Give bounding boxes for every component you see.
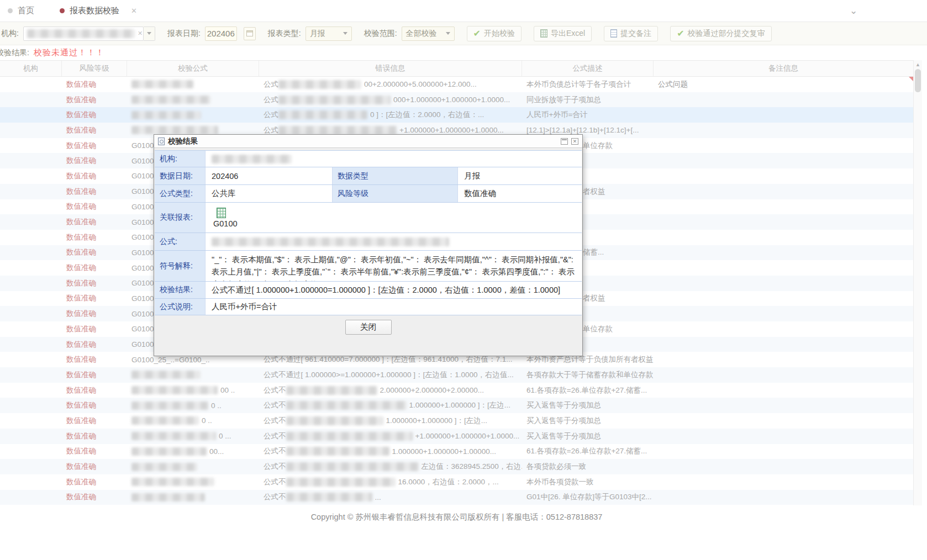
report-date-input[interactable]: 202406 [205,27,237,41]
tab-close-icon[interactable]: ✕ [131,7,137,15]
cell-formula-code: 0 .. [127,413,259,429]
dialog-close-button[interactable]: 关闭 [345,320,392,335]
cell-institution [0,168,62,184]
tab-report-validation[interactable]: 报表数据校验 ✕ [60,6,137,16]
cell-risk-level: 数值准确 [62,123,127,138]
header-formula[interactable]: 校验公式 [127,61,259,76]
cell-risk-level: 数值准确 [62,306,127,321]
related-report-link[interactable]: G0100 [213,208,238,228]
vertical-scrollbar[interactable]: ▲ [913,60,922,505]
close-icon[interactable]: ✕ [571,138,578,145]
risk-level-text: 数值准确 [66,492,96,502]
footer-copyright: Copyright © 苏州银丰睿哲信息科技有限公司版权所有 | 客服电话：05… [0,505,913,530]
table-row[interactable]: 数值准确公式不...G01中[26. 单位存款]等于G0103中[2... [0,490,913,505]
cell-institution [0,92,62,108]
cell-risk-level: 数值准确 [62,107,127,123]
cell-note [654,291,913,307]
formula-code-text: G0100_25_..=G0100_.. [131,356,210,364]
error-info-text: 公式不 [264,462,286,472]
cell-formula-desc: G01中[26. 单位存款]等于G0103中[2... [522,490,654,505]
table-row[interactable]: 数值准确公式0 ]：[左边值：2.0000，右边值：...人民币+外币=合计 [0,107,913,123]
start-validation-button[interactable]: ✔ 开始校验 [467,26,522,41]
table-row[interactable]: 数值准确00...公式不1.000000+1.000000+1.00000...… [0,444,913,459]
report-type-select[interactable]: 月报 [306,27,352,41]
risk-level-text: 数值准确 [66,125,96,135]
cell-note [654,413,913,429]
cell-risk-level: 数值准确 [62,383,127,398]
table-row[interactable]: 数值准确公式不通过[ 1.000000>=1.000000+1.000000 ]… [0,367,913,383]
cell-institution [0,337,62,352]
table-row[interactable]: 数值准确公式00+2.000000+5.000000+12.000...本外币负… [0,77,913,92]
header-error-info[interactable]: 错误信息 [259,61,522,76]
scrollbar-thumb[interactable] [915,69,921,92]
scope-select[interactable]: 全部校验 [402,27,455,41]
chevron-down-icon[interactable]: ⌄ [850,5,857,17]
cell-risk-level: 数值准确 [62,367,127,383]
formula-desc-text: 本外币负债总计等于各子项合计 [526,80,631,89]
formula-desc-text: 人民币+外币=合计 [526,110,587,120]
cell-risk-level: 数值准确 [62,184,127,199]
table-row[interactable]: 数值准确0 ..公式不1.000000+1.000000 ]：[左边...买入返… [0,413,913,429]
cell-formula-code [127,77,259,92]
error-info-text: 公式不通过[ 1.000000>=1.000000+1.000000 ]：[左边… [264,370,514,380]
table-row[interactable]: 数值准确0 ...公式不+1.000000+1.000000+1.0000...… [0,429,913,444]
dialog-title-bar[interactable]: 校验结果 ✕ [154,135,582,148]
redacted-text [286,416,383,425]
risk-level-text: 数值准确 [66,80,96,89]
header-institution[interactable]: 机构 [0,61,62,76]
table-row[interactable]: 数值准确公式000+1.000000+1.000000+1.0000...同业拆… [0,92,913,108]
scope-label: 校验范围: [364,29,397,39]
error-info-text: 公式 [264,95,278,105]
cell-note [654,230,913,245]
maximize-icon[interactable] [561,138,568,145]
cell-note [654,260,913,276]
calendar-button[interactable] [244,27,256,40]
export-excel-button[interactable]: 导出Excel [534,26,592,41]
cell-risk-level: 数值准确 [62,474,127,490]
tab-home[interactable]: 首页 [8,6,34,16]
error-info-text: 0 ]：[左边值：2.0000，右边值：... [370,110,484,120]
cell-error-info: 公式不1.000000+1.000000 ]：[左边... [259,413,522,429]
redacted-text [286,462,419,471]
clear-icon[interactable]: ✕ [138,30,143,37]
cell-institution [0,367,62,383]
submit-note-button[interactable]: 提交备注 [604,26,658,41]
cell-formula-desc: 各项贷款必须一致 [522,459,654,474]
org-dropdown-button[interactable] [144,27,155,41]
org-input[interactable]: ✕ [23,27,144,41]
field-ftype-label: 公式类型: [155,185,206,202]
redacted-text [131,478,214,486]
excel-icon [540,29,547,38]
chevron-down-icon [343,32,347,35]
scroll-up-icon[interactable]: ▲ [914,60,922,67]
redacted-text [286,432,413,441]
error-info-text: 左边值：3628945.2500，右边... [422,462,523,472]
formula-desc-text: 各项贷款必须一致 [526,462,586,472]
redacted-text [278,110,367,119]
table-row[interactable]: 数值准确0 ..公式不1.000000+1.000000 ]：[左边...买入返… [0,398,913,413]
error-info-text: 公式 [264,110,278,120]
cell-note [654,444,913,459]
table-row[interactable]: 数值准确公式不16.0000，右边值：2.0000，...本外币各项贷款一致 [0,474,913,490]
cell-risk-level: 数值准确 [62,168,127,184]
cell-formula-desc: 61.各项存款=26.单位存款+27.储蓄... [522,444,654,459]
table-row[interactable]: 数值准确00 ..公式不2.000000+2.000000+2.00000...… [0,383,913,398]
header-note[interactable]: 备注信息 [654,61,913,76]
risk-level-text: 数值准确 [66,156,96,166]
cell-note [654,306,913,321]
cell-institution [0,260,62,276]
cell-formula-code [127,474,259,490]
redacted-text [131,447,207,456]
submit-review-button[interactable]: ✔ 校验通过部分提交复审 [670,26,771,41]
cell-risk-level: 数值准确 [62,490,127,505]
header-risk-level[interactable]: 风险等级 [62,61,127,76]
cell-institution [0,138,62,154]
field-dtype-label: 数据类型 [332,167,458,184]
formula-desc-text: 各项存款大于等于储蓄存款和单位存款 [526,370,654,380]
header-formula-desc[interactable]: 公式描述 [522,61,654,76]
field-symbols-label: 符号解释: [155,251,206,281]
cell-institution [0,413,62,429]
table-row[interactable]: 数值准确公式不左边值：3628945.2500，右边...各项贷款必须一致 [0,459,913,474]
error-info-text: 00+2.000000+5.000000+12.000... [364,80,477,88]
cell-note [654,383,913,398]
